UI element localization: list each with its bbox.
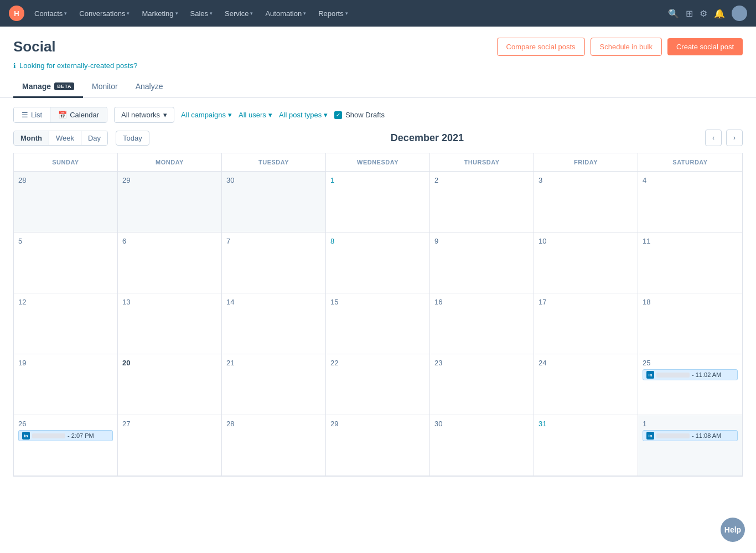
next-month-button[interactable]: ›: [726, 130, 743, 146]
calendar-cell-9[interactable]: 9: [430, 232, 534, 293]
calendar-cell-3[interactable]: 3: [534, 172, 638, 232]
calendar-cell-22[interactable]: 22: [326, 354, 430, 415]
calendar-cell-18[interactable]: 18: [638, 293, 742, 354]
network-dropdown[interactable]: All networks ▾: [114, 107, 174, 123]
month-view-button[interactable]: Month: [14, 131, 49, 145]
calendar-grid: SUNDAY MONDAY TUESDAY WEDNESDAY THURSDAY…: [0, 153, 756, 477]
nav-sales[interactable]: Sales ▾: [185, 7, 219, 20]
calendar-cell-29[interactable]: 29: [326, 415, 430, 476]
week-view-button[interactable]: Week: [49, 131, 81, 145]
chevron-down-icon: ▾: [175, 11, 178, 16]
show-drafts-label: Show Drafts: [345, 111, 385, 119]
nav-conversations[interactable]: Conversations ▾: [74, 7, 135, 20]
calendar-cell-13[interactable]: 13: [118, 293, 222, 354]
day-number: 1: [643, 420, 738, 428]
day-view-button[interactable]: Day: [81, 131, 107, 145]
tab-analyze[interactable]: Analyze: [127, 76, 172, 98]
schedule-in-bulk-button[interactable]: Schedule in bulk: [591, 38, 662, 56]
tab-manage[interactable]: Manage BETA: [13, 76, 83, 98]
calendar-cell-27[interactable]: 27: [118, 415, 222, 476]
calendar-event[interactable]: in- 2:07 PM: [18, 430, 113, 441]
show-drafts-toggle[interactable]: ✓ Show Drafts: [334, 111, 385, 119]
list-view-button[interactable]: ☰ List: [14, 107, 50, 122]
calendar-cell-23[interactable]: 23: [430, 354, 534, 415]
calendar-cell-20[interactable]: 20: [118, 354, 222, 415]
campaigns-filter[interactable]: All campaigns ▾: [181, 111, 232, 119]
grid-icon[interactable]: ⊞: [686, 8, 693, 19]
post-types-filter[interactable]: All post types ▾: [279, 111, 328, 119]
calendar-cell-30[interactable]: 30: [430, 415, 534, 476]
calendar-cell-11[interactable]: 11: [638, 232, 742, 293]
day-number: 30: [434, 420, 529, 428]
today-button[interactable]: Today: [116, 131, 149, 146]
nav-contacts[interactable]: Contacts ▾: [29, 7, 73, 20]
day-number: 23: [434, 359, 529, 367]
calendar-cell-2[interactable]: 2: [430, 172, 534, 232]
header-monday: MONDAY: [118, 153, 222, 171]
calendar-cell-30[interactable]: 30: [222, 172, 326, 232]
calendar-cell-6[interactable]: 6: [118, 232, 222, 293]
calendar-cell-4[interactable]: 4: [638, 172, 742, 232]
bell-icon[interactable]: 🔔: [714, 8, 725, 19]
day-number: 9: [434, 237, 529, 245]
calendar-cell-21[interactable]: 21: [222, 354, 326, 415]
calendar-day-headers: SUNDAY MONDAY TUESDAY WEDNESDAY THURSDAY…: [13, 153, 743, 171]
external-posts-link[interactable]: ℹ Looking for externally-created posts?: [0, 61, 756, 76]
calendar-cell-7[interactable]: 7: [222, 232, 326, 293]
nav-automation[interactable]: Automation ▾: [260, 7, 312, 20]
day-number: 28: [18, 176, 113, 184]
external-posts-label: Looking for externally-created posts?: [19, 61, 137, 70]
header-thursday: THURSDAY: [430, 153, 534, 171]
calendar-cell-8[interactable]: 8: [326, 232, 430, 293]
prev-month-button[interactable]: ‹: [705, 130, 722, 146]
day-number: 24: [538, 359, 633, 367]
users-filter[interactable]: All users ▾: [239, 111, 272, 119]
calendar-cell-28[interactable]: 28: [222, 415, 326, 476]
settings-icon[interactable]: ⚙: [700, 8, 707, 19]
day-number: 17: [538, 298, 633, 306]
day-number: 22: [330, 359, 425, 367]
linkedin-icon: in: [646, 432, 654, 440]
calendar-cell-25[interactable]: 25in- 11:02 AM: [638, 354, 742, 415]
day-number: 21: [226, 359, 321, 367]
tab-monitor[interactable]: Monitor: [83, 76, 127, 98]
calendar-cell-12[interactable]: 12: [14, 293, 118, 354]
create-social-post-button[interactable]: Create social post: [667, 38, 743, 55]
nav-marketing[interactable]: Marketing ▾: [136, 7, 183, 20]
day-number: 8: [330, 237, 425, 245]
day-number: 3: [538, 176, 633, 184]
day-number: 19: [18, 359, 113, 367]
calendar-cell-15[interactable]: 15: [326, 293, 430, 354]
calendar-cell-10[interactable]: 10: [534, 232, 638, 293]
calendar-cell-19[interactable]: 19: [14, 354, 118, 415]
help-button[interactable]: Help: [721, 518, 745, 542]
calendar-cell-17[interactable]: 17: [534, 293, 638, 354]
nav-reports[interactable]: Reports ▾: [313, 7, 354, 20]
calendar-event[interactable]: in- 11:08 AM: [643, 430, 738, 441]
calendar-cell-29[interactable]: 29: [118, 172, 222, 232]
calendar-cell-16[interactable]: 16: [430, 293, 534, 354]
header-saturday: SATURDAY: [638, 153, 742, 171]
calendar-view-button[interactable]: 📅 Calendar: [50, 107, 107, 122]
day-number: 29: [330, 420, 425, 428]
calendar-cell-14[interactable]: 14: [222, 293, 326, 354]
calendar-cell-5[interactable]: 5: [14, 232, 118, 293]
day-number: 20: [122, 359, 217, 367]
calendar-event[interactable]: in- 11:02 AM: [643, 369, 738, 380]
calendar-cell-1[interactable]: 1in- 11:08 AM: [638, 415, 742, 476]
calendar-cell-1[interactable]: 1: [326, 172, 430, 232]
calendar-cell-24[interactable]: 24: [534, 354, 638, 415]
day-number: 28: [226, 420, 321, 428]
calendar-cells: 2829301234567891011121314151617181920212…: [13, 171, 743, 477]
day-number: 15: [330, 298, 425, 306]
search-icon[interactable]: 🔍: [668, 8, 679, 19]
calendar-cell-28[interactable]: 28: [14, 172, 118, 232]
calendar-cell-26[interactable]: 26in- 2:07 PM: [14, 415, 118, 476]
compare-social-posts-button[interactable]: Compare social posts: [497, 38, 585, 56]
calendar-cell-31[interactable]: 31: [534, 415, 638, 476]
nav-service[interactable]: Service ▾: [219, 7, 258, 20]
show-drafts-checkbox[interactable]: ✓: [334, 111, 342, 119]
user-avatar[interactable]: [732, 6, 747, 21]
hubspot-logo[interactable]: H: [9, 6, 24, 21]
event-time: - 11:02 AM: [692, 371, 721, 378]
